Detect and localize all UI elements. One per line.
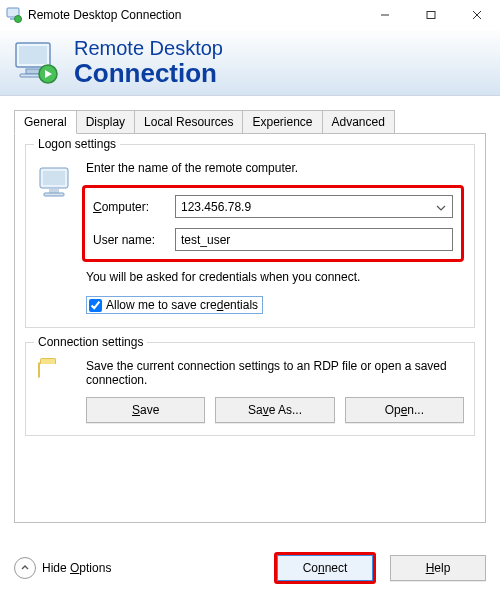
- computer-value: 123.456.78.9: [181, 200, 434, 214]
- group-logon-settings: Logon settings Enter the name of the rem…: [25, 144, 475, 328]
- username-input[interactable]: [175, 228, 453, 251]
- computer-combobox[interactable]: 123.456.78.9: [175, 195, 453, 218]
- connection-intro-text: Save the current connection settings to …: [86, 359, 464, 387]
- allow-save-label: Allow me to save credentials: [106, 298, 258, 312]
- banner-line1: Remote Desktop: [74, 37, 223, 59]
- tabstrip: General Display Local Resources Experien…: [14, 110, 486, 134]
- tab-display[interactable]: Display: [77, 110, 135, 134]
- footer-bar: Hide Options Connect Help: [14, 552, 486, 584]
- collapse-arrow-icon: [14, 557, 36, 579]
- svg-rect-4: [427, 12, 435, 19]
- group-logon-title: Logon settings: [34, 137, 120, 151]
- logon-highlight-box: CComputer:omputer: 123.456.78.9 User nam…: [82, 185, 464, 262]
- computer-label: CComputer:omputer:: [93, 200, 175, 214]
- chevron-down-icon[interactable]: [434, 201, 448, 213]
- banner-line2: Connection: [74, 59, 223, 88]
- header-banner: Remote Desktop Connection: [0, 30, 500, 96]
- username-label: User name:: [93, 233, 175, 247]
- svg-rect-15: [44, 193, 64, 196]
- window-root: Remote Desktop Connection: [0, 0, 500, 598]
- group-connection-title: Connection settings: [34, 335, 147, 349]
- save-button[interactable]: SaveSave: [86, 397, 205, 423]
- hide-options-button[interactable]: Hide Options: [14, 557, 111, 579]
- svg-rect-13: [43, 171, 65, 185]
- svg-rect-8: [19, 46, 47, 64]
- rdc-banner-icon: [12, 39, 60, 87]
- tab-general[interactable]: General: [14, 110, 77, 134]
- tab-local-resources[interactable]: Local Resources: [135, 110, 243, 134]
- banner-text: Remote Desktop Connection: [74, 37, 223, 88]
- window-title: Remote Desktop Connection: [28, 8, 362, 22]
- rdc-app-icon: [6, 7, 22, 23]
- logon-intro-text: Enter the name of the remote computer.: [86, 161, 464, 175]
- tab-advanced[interactable]: Advanced: [323, 110, 395, 134]
- titlebar: Remote Desktop Connection: [0, 0, 500, 30]
- svg-rect-9: [26, 69, 40, 74]
- tab-experience[interactable]: Experience: [243, 110, 322, 134]
- group-connection-settings: Connection settings Save the current con…: [25, 342, 475, 436]
- monitor-icon: [38, 165, 74, 201]
- allow-save-credentials-checkbox[interactable]: Allow me to save credentials: [86, 296, 263, 314]
- allow-save-checkbox-input[interactable]: [89, 299, 102, 312]
- close-button[interactable]: [454, 0, 500, 30]
- maximize-button[interactable]: [408, 0, 454, 30]
- tab-panel-general: Logon settings Enter the name of the rem…: [14, 133, 486, 523]
- connect-button[interactable]: Connect: [277, 555, 373, 581]
- help-button[interactable]: Help: [390, 555, 486, 581]
- connect-highlight-box: Connect: [274, 552, 376, 584]
- minimize-button[interactable]: [362, 0, 408, 30]
- client-area: General Display Local Resources Experien…: [0, 96, 500, 523]
- folder-icon: [38, 363, 74, 399]
- window-controls: [362, 0, 500, 30]
- open-button[interactable]: Open...Open...: [345, 397, 464, 423]
- svg-point-2: [15, 16, 22, 23]
- svg-rect-14: [49, 189, 59, 193]
- hide-options-label: Hide Options: [42, 561, 111, 575]
- save-as-button[interactable]: Save As...Save As...: [215, 397, 334, 423]
- credential-note: You will be asked for credentials when y…: [86, 270, 464, 284]
